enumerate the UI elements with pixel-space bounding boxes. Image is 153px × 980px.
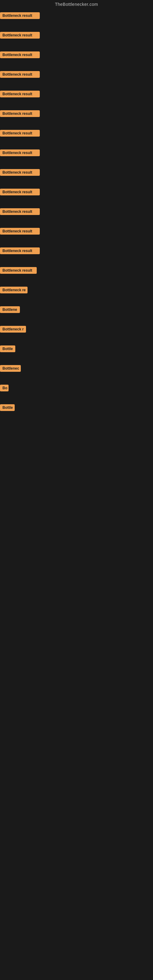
bottleneck-badge-4[interactable]: Bottleneck result <box>0 71 40 78</box>
bottleneck-badge-3[interactable]: Bottleneck result <box>0 51 40 58</box>
bottleneck-badge-10[interactable]: Bottleneck result <box>0 189 40 196</box>
bottleneck-item-11: Bottleneck result <box>0 206 153 225</box>
bottleneck-item-15: Bottleneck re <box>0 284 153 304</box>
bottleneck-item-8: Bottleneck result <box>0 147 153 167</box>
bottleneck-item-1: Bottleneck result <box>0 10 153 29</box>
bottleneck-badge-7[interactable]: Bottleneck result <box>0 130 40 137</box>
bottleneck-item-18: Bottle <box>0 343 153 363</box>
bottleneck-badge-9[interactable]: Bottleneck result <box>0 169 40 176</box>
bottleneck-badge-8[interactable]: Bottleneck result <box>0 150 40 156</box>
bottleneck-item-17: Bottleneck r <box>0 323 153 343</box>
bottleneck-item-12: Bottleneck result <box>0 225 153 245</box>
bottleneck-badge-18[interactable]: Bottle <box>0 345 15 352</box>
bottleneck-item-14: Bottleneck result <box>0 265 153 284</box>
page-container: TheBottlenecker.com Bottleneck resultBot… <box>0 0 153 422</box>
bottleneck-badge-1[interactable]: Bottleneck result <box>0 12 40 19</box>
bottleneck-badge-19[interactable]: Bottlenec <box>0 365 21 372</box>
bottleneck-item-10: Bottleneck result <box>0 186 153 206</box>
bottleneck-badge-11[interactable]: Bottleneck result <box>0 208 40 215</box>
bottleneck-item-2: Bottleneck result <box>0 29 153 49</box>
bottleneck-item-21: Bottle <box>0 402 153 422</box>
bottleneck-item-4: Bottleneck result <box>0 68 153 88</box>
bottleneck-badge-6[interactable]: Bottleneck result <box>0 110 40 117</box>
bottleneck-badge-20[interactable]: Bo <box>0 385 9 391</box>
bottleneck-badge-21[interactable]: Bottle <box>0 404 15 411</box>
bottleneck-badge-17[interactable]: Bottleneck r <box>0 326 26 332</box>
bottleneck-item-7: Bottleneck result <box>0 127 153 147</box>
badges-container: Bottleneck resultBottleneck resultBottle… <box>0 10 153 422</box>
bottleneck-item-20: Bo <box>0 382 153 402</box>
site-title: TheBottlenecker.com <box>0 0 153 10</box>
bottleneck-item-6: Bottleneck result <box>0 108 153 127</box>
bottleneck-badge-16[interactable]: Bottlene <box>0 306 20 313</box>
bottleneck-badge-12[interactable]: Bottleneck result <box>0 228 40 235</box>
bottleneck-badge-13[interactable]: Bottleneck result <box>0 247 40 254</box>
bottleneck-item-16: Bottlene <box>0 304 153 323</box>
bottleneck-item-9: Bottleneck result <box>0 167 153 186</box>
bottleneck-item-5: Bottleneck result <box>0 88 153 108</box>
bottleneck-item-13: Bottleneck result <box>0 245 153 265</box>
bottleneck-badge-5[interactable]: Bottleneck result <box>0 91 40 97</box>
bottleneck-item-3: Bottleneck result <box>0 49 153 68</box>
bottleneck-badge-15[interactable]: Bottleneck re <box>0 286 27 293</box>
bottleneck-item-19: Bottlenec <box>0 363 153 382</box>
bottleneck-badge-14[interactable]: Bottleneck result <box>0 267 37 274</box>
bottleneck-badge-2[interactable]: Bottleneck result <box>0 32 40 38</box>
